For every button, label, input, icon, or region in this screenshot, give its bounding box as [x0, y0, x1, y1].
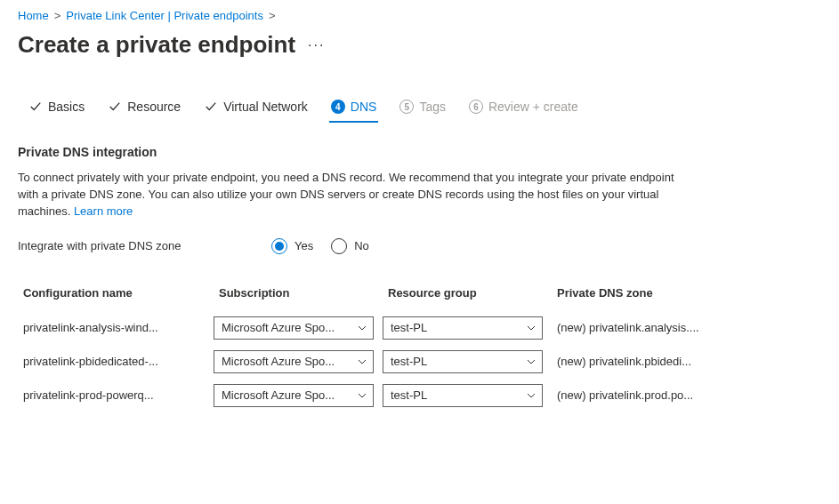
tab-label: Resource — [127, 100, 181, 114]
chevron-down-icon — [526, 390, 536, 401]
step-number-badge: 4 — [331, 100, 345, 114]
chevron-down-icon — [357, 356, 367, 367]
resource-group-dropdown[interactable]: test-PL — [383, 316, 543, 340]
table-row: privatelink-prod-powerq... Microsoft Azu… — [18, 379, 801, 412]
dropdown-value: test-PL — [391, 388, 520, 402]
breadcrumb-home[interactable]: Home — [18, 9, 49, 22]
check-icon — [108, 100, 122, 114]
subscription-dropdown[interactable]: Microsoft Azure Spo... — [214, 384, 374, 407]
dropdown-value: test-PL — [391, 355, 520, 368]
radio-label: No — [354, 239, 369, 252]
chevron-right-icon: > — [54, 9, 61, 22]
learn-more-link[interactable]: Learn more — [74, 204, 133, 218]
breadcrumb-center[interactable]: Private Link Center | Private endpoints — [66, 9, 263, 22]
integrate-dns-row: Integrate with private DNS zone Yes No — [18, 238, 821, 254]
dropdown-value: Microsoft Azure Spo... — [222, 388, 351, 402]
radio-label: Yes — [294, 239, 313, 252]
tab-label: Review + create — [488, 100, 578, 114]
tab-review-create[interactable]: 6 Review + create — [467, 94, 580, 123]
table-row: privatelink-pbidedicated-... Microsoft A… — [18, 345, 801, 379]
config-name: privatelink-prod-powerq... — [18, 388, 205, 402]
chevron-down-icon — [357, 390, 367, 401]
dropdown-value: Microsoft Azure Spo... — [222, 355, 351, 368]
config-name: privatelink-pbidedicated-... — [18, 355, 205, 368]
tab-resource[interactable]: Resource — [106, 94, 182, 123]
section-description: To connect privately with your private e… — [18, 170, 694, 220]
wizard-tabs: Basics Resource Virtual Network 4 DNS 5 … — [18, 94, 821, 124]
page-title: Create a private endpoint — [18, 31, 295, 59]
dns-zone-value: (new) privatelink.prod.po... — [552, 388, 756, 402]
integrate-dns-label: Integrate with private DNS zone — [18, 239, 271, 252]
chevron-right-icon: > — [269, 9, 276, 22]
breadcrumb: Home > Private Link Center | Private end… — [18, 9, 821, 22]
radio-no[interactable]: No — [331, 238, 369, 254]
more-actions-icon[interactable]: ··· — [308, 37, 325, 53]
col-header-name: Configuration name — [18, 286, 205, 300]
check-icon — [204, 100, 218, 114]
step-number-badge: 6 — [469, 100, 483, 114]
check-icon — [28, 100, 43, 114]
chevron-down-icon — [526, 323, 536, 333]
radio-yes[interactable]: Yes — [271, 238, 313, 254]
dns-zone-value: (new) privatelink.pbidedi... — [552, 355, 756, 368]
dns-config-table: Configuration name Subscription Resource… — [18, 281, 801, 412]
radio-icon — [271, 238, 287, 254]
tab-label: Basics — [48, 100, 85, 114]
col-header-resource-group: Resource group — [383, 286, 543, 300]
tab-label: Tags — [419, 100, 446, 114]
col-header-subscription: Subscription — [214, 286, 374, 300]
subscription-dropdown[interactable]: Microsoft Azure Spo... — [214, 350, 374, 373]
subscription-dropdown[interactable]: Microsoft Azure Spo... — [214, 316, 374, 340]
chevron-down-icon — [526, 356, 536, 367]
dropdown-value: test-PL — [391, 321, 520, 334]
tab-dns[interactable]: 4 DNS — [329, 94, 379, 123]
config-name: privatelink-analysis-wind... — [18, 321, 205, 334]
dns-zone-value: (new) privatelink.analysis.... — [552, 321, 756, 334]
tab-label: Virtual Network — [223, 100, 308, 114]
tab-basics[interactable]: Basics — [27, 94, 86, 123]
section-heading: Private DNS integration — [18, 145, 821, 159]
tab-label: DNS — [351, 100, 377, 114]
dropdown-value: Microsoft Azure Spo... — [222, 321, 351, 334]
col-header-zone: Private DNS zone — [552, 286, 756, 300]
table-header-row: Configuration name Subscription Resource… — [18, 281, 801, 306]
tab-tags[interactable]: 5 Tags — [398, 94, 448, 123]
step-number-badge: 5 — [399, 100, 414, 114]
radio-icon — [331, 238, 347, 254]
resource-group-dropdown[interactable]: test-PL — [383, 350, 543, 373]
tab-virtual-network[interactable]: Virtual Network — [202, 94, 310, 123]
integrate-dns-radio-group: Yes No — [271, 238, 369, 254]
chevron-down-icon — [357, 323, 367, 333]
title-row: Create a private endpoint ··· — [18, 31, 821, 59]
table-row: privatelink-analysis-wind... Microsoft A… — [18, 311, 801, 345]
resource-group-dropdown[interactable]: test-PL — [383, 384, 543, 407]
